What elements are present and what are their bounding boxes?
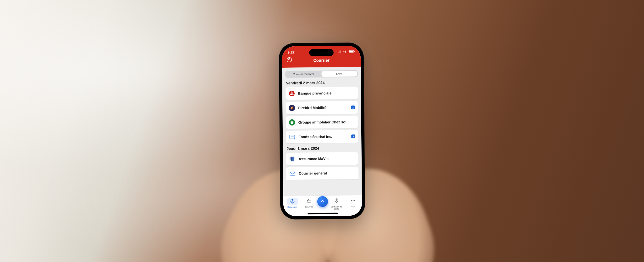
segmented-control: Courrier d'arrivée Livré bbox=[285, 70, 358, 78]
sender-name: Groupe immobilier Chez soi bbox=[298, 120, 355, 124]
svg-rect-7 bbox=[354, 51, 355, 52]
svg-point-27 bbox=[353, 200, 353, 201]
phone-screen: 9:27 Courrier bbox=[282, 46, 362, 216]
sender-name: Banque provinciale bbox=[298, 91, 355, 95]
svg-point-25 bbox=[336, 200, 337, 201]
svg-rect-2 bbox=[340, 51, 340, 53]
svg-point-4 bbox=[345, 52, 346, 53]
profile-button[interactable] bbox=[286, 57, 292, 64]
tab-label: Repérage bbox=[287, 206, 297, 208]
tab-label: Bureaux de poste bbox=[328, 205, 345, 210]
status-time: 9:27 bbox=[288, 50, 295, 54]
svg-point-19 bbox=[291, 201, 293, 202]
svg-point-18 bbox=[291, 199, 294, 203]
svg-point-9 bbox=[289, 59, 290, 60]
tab-mail[interactable]: Courrier bbox=[301, 197, 317, 208]
sender-name: Fonds sécurisé inc. bbox=[298, 134, 348, 139]
sender-icon bbox=[289, 90, 295, 97]
tab-more[interactable]: Plus bbox=[345, 197, 361, 208]
segment-arriving[interactable]: Courrier d'arrivée bbox=[286, 71, 321, 77]
page-title: Courrier bbox=[313, 58, 329, 62]
mail-card-groupe-immobilier[interactable]: Groupe immobilier Chez soi bbox=[286, 116, 358, 129]
svg-rect-1 bbox=[339, 52, 339, 54]
tab-tracking[interactable]: Repérage bbox=[284, 197, 301, 208]
sender-icon bbox=[289, 170, 296, 177]
signal-icon bbox=[338, 50, 342, 53]
more-dots-icon bbox=[350, 198, 355, 204]
svg-rect-6 bbox=[349, 51, 353, 53]
pin-icon bbox=[334, 198, 339, 204]
phone-frame: 9:27 Courrier bbox=[279, 43, 365, 219]
count-badge: 2 bbox=[351, 105, 355, 109]
app-body: Courrier d'arrivée Livré Vendredi 2 mars… bbox=[282, 67, 362, 196]
fab-scan-button[interactable] bbox=[317, 196, 328, 207]
target-icon bbox=[290, 199, 295, 204]
tab-label: Plus bbox=[351, 205, 355, 208]
svg-point-26 bbox=[351, 200, 352, 201]
mail-card-fonds-securise[interactable]: Fonds sécurisé inc. 3 bbox=[286, 130, 358, 143]
chevron-up-icon bbox=[320, 198, 325, 205]
dynamic-island bbox=[309, 49, 334, 56]
svg-rect-15 bbox=[291, 137, 292, 138]
svg-rect-14 bbox=[291, 136, 294, 137]
sender-name: Firebird Mobilité bbox=[298, 105, 348, 110]
mail-card-courrier-general[interactable]: Courrier général bbox=[286, 167, 358, 180]
mail-card-assurance-mavie[interactable]: Assurance MaVie bbox=[286, 152, 358, 165]
sender-icon bbox=[289, 134, 295, 140]
wifi-icon bbox=[343, 50, 347, 53]
svg-point-28 bbox=[354, 200, 355, 201]
svg-rect-3 bbox=[341, 50, 341, 53]
sender-name: Courrier général bbox=[299, 171, 355, 175]
battery-icon bbox=[349, 50, 355, 53]
svg-rect-0 bbox=[338, 53, 338, 54]
mail-card-banque-provinciale[interactable]: Banque provinciale bbox=[286, 87, 358, 100]
mail-card-firebird[interactable]: Firebird Mobilité 2 bbox=[286, 101, 358, 114]
segment-delivered[interactable]: Livré bbox=[321, 71, 357, 77]
tab-label: Courrier bbox=[305, 206, 313, 208]
tab-post-offices[interactable]: Bureaux de poste bbox=[328, 197, 345, 210]
count-badge: 3 bbox=[351, 134, 355, 138]
section-header: Vendredi 2 mars 2024 bbox=[286, 80, 357, 85]
sender-name: Assurance MaVie bbox=[299, 157, 355, 161]
svg-rect-17 bbox=[290, 172, 295, 175]
mailbox-icon bbox=[306, 198, 311, 204]
sender-icon bbox=[289, 105, 295, 111]
sender-icon bbox=[289, 156, 296, 162]
home-indicator bbox=[308, 213, 338, 214]
section-header: Jeudi 1 mars 2024 bbox=[286, 146, 358, 151]
sender-icon bbox=[289, 119, 295, 126]
